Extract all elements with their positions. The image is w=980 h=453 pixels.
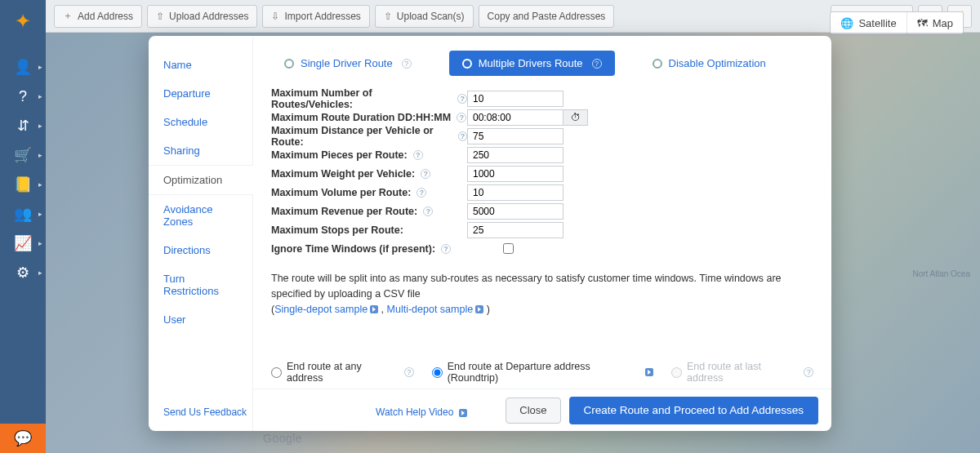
multi-depot-sample-link[interactable]: Multi-depot sample bbox=[387, 304, 484, 315]
rail-chat-button[interactable]: 💬 bbox=[0, 424, 46, 453]
chevron-right-icon: ▸ bbox=[38, 151, 42, 159]
single-depot-sample-link[interactable]: Single-depot sample bbox=[274, 304, 378, 315]
max-stops-label: Maximum Stops per Route: bbox=[271, 224, 403, 236]
end-last-label: End route at last address bbox=[687, 361, 796, 384]
end-last-option: End route at last address? bbox=[671, 361, 813, 384]
side-sharing[interactable]: Sharing bbox=[149, 136, 252, 165]
help-icon[interactable]: ? bbox=[441, 244, 451, 254]
tab-single-driver[interactable]: Single Driver Route? bbox=[271, 51, 425, 76]
modal-sidebar: Name Departure Schedule Sharing Optimiza… bbox=[149, 36, 253, 431]
tab-disable-optimization[interactable]: Disable Optimization bbox=[639, 51, 779, 76]
upload-icon: ⇧ bbox=[384, 11, 392, 22]
side-name[interactable]: Name bbox=[149, 51, 252, 79]
chevron-right-icon: ▸ bbox=[38, 269, 42, 277]
help-icon[interactable]: ? bbox=[457, 94, 467, 104]
max-duration-input[interactable] bbox=[467, 109, 564, 126]
rail-item-addressbook[interactable]: 📒▸ bbox=[0, 170, 46, 199]
end-roundtrip-radio[interactable] bbox=[432, 367, 443, 378]
radio-icon bbox=[653, 59, 662, 69]
radio-icon bbox=[284, 59, 294, 69]
upload-addresses-button[interactable]: ⇧Upload Addresses bbox=[147, 5, 257, 28]
import-addresses-label: Import Addresses bbox=[284, 11, 360, 22]
side-optimization[interactable]: Optimization bbox=[149, 165, 252, 195]
end-roundtrip-option[interactable]: End route at Departure address (Roundtri… bbox=[432, 361, 653, 384]
end-any-option[interactable]: End route at any address? bbox=[271, 361, 414, 384]
chevron-right-icon: ▸ bbox=[38, 92, 42, 100]
external-link-icon bbox=[370, 305, 378, 313]
add-address-label: Add Address bbox=[78, 11, 133, 22]
send-feedback-link[interactable]: Send Us Feedback bbox=[163, 406, 247, 418]
max-routes-label: Maximum Number of Routes/Vehicles: bbox=[271, 87, 452, 110]
chevron-right-icon: ▸ bbox=[38, 210, 42, 218]
help-icon[interactable]: ? bbox=[402, 59, 412, 69]
tab-multiple-label: Multiple Drivers Route bbox=[479, 57, 583, 69]
satellite-label: Satellite bbox=[858, 17, 896, 29]
import-addresses-button[interactable]: ⇩Import Addresses bbox=[262, 5, 369, 28]
map-type-control: 🌐Satellite 🗺Map bbox=[830, 11, 964, 35]
map-map-button[interactable]: 🗺Map bbox=[906, 12, 963, 34]
rail-item-team[interactable]: 👥▸ bbox=[0, 199, 46, 229]
tab-single-label: Single Driver Route bbox=[301, 57, 393, 69]
side-user[interactable]: User bbox=[149, 305, 252, 334]
end-any-radio[interactable] bbox=[271, 367, 282, 378]
end-roundtrip-label: End route at Departure address (Roundtri… bbox=[448, 361, 639, 384]
side-schedule[interactable]: Schedule bbox=[149, 108, 252, 136]
help-icon[interactable]: ? bbox=[457, 113, 466, 122]
rail-item-analytics[interactable]: 📈▸ bbox=[0, 229, 46, 258]
ignore-tw-checkbox[interactable] bbox=[503, 243, 514, 254]
help-icon[interactable]: ? bbox=[416, 188, 426, 198]
rail-item-help[interactable]: ?▸ bbox=[0, 82, 46, 111]
side-departure[interactable]: Departure bbox=[149, 79, 252, 108]
max-routes-input[interactable] bbox=[467, 91, 564, 107]
rail-item-routes[interactable]: ⇵▸ bbox=[0, 111, 46, 140]
globe-icon: 🌐 bbox=[840, 17, 853, 29]
rail-item-cart[interactable]: 🛒▸ bbox=[0, 140, 46, 170]
help-icon[interactable]: ? bbox=[413, 150, 423, 160]
rail-item-add-user[interactable]: 👤▸ bbox=[0, 52, 46, 82]
help-icon[interactable]: ? bbox=[592, 59, 602, 69]
max-revenue-input[interactable] bbox=[467, 203, 564, 220]
upload-addresses-label: Upload Addresses bbox=[169, 11, 248, 22]
side-avoidance[interactable]: Avoidance Zones bbox=[149, 195, 252, 236]
create-route-button[interactable]: Create Route and Proceed to Add Addresse… bbox=[569, 397, 818, 424]
max-volume-label: Maximum Volume per Route: bbox=[271, 187, 411, 198]
max-pieces-input[interactable] bbox=[467, 147, 564, 163]
help-icon[interactable]: ? bbox=[458, 131, 467, 141]
external-link-icon bbox=[645, 368, 653, 376]
chevron-right-icon: ▸ bbox=[38, 63, 42, 71]
modal-footer: Close Create Route and Proceed to Add Ad… bbox=[253, 389, 831, 431]
max-weight-input[interactable] bbox=[467, 166, 564, 182]
side-turn[interactable]: Turn Restrictions bbox=[149, 264, 252, 305]
help-icon[interactable]: ? bbox=[404, 367, 414, 377]
help-icon[interactable]: ? bbox=[421, 169, 430, 179]
rail-item-settings[interactable]: ⚙▸ bbox=[0, 258, 46, 287]
help-icon[interactable]: ? bbox=[423, 207, 433, 216]
upload-scans-label: Upload Scan(s) bbox=[397, 11, 465, 22]
tab-multiple-drivers[interactable]: Multiple Drivers Route? bbox=[449, 51, 615, 76]
add-address-button[interactable]: ＋Add Address bbox=[54, 5, 142, 28]
chevron-right-icon: ▸ bbox=[38, 180, 42, 189]
side-directions[interactable]: Directions bbox=[149, 236, 252, 264]
max-stops-input[interactable] bbox=[467, 222, 564, 238]
max-volume-input[interactable] bbox=[467, 184, 564, 201]
copy-paste-button[interactable]: Copy and Paste Addresses bbox=[479, 5, 615, 28]
chevron-right-icon: ▸ bbox=[38, 122, 42, 130]
map-label: Map bbox=[933, 17, 953, 29]
radio-icon bbox=[462, 59, 472, 69]
close-button[interactable]: Close bbox=[506, 397, 560, 424]
chevron-right-icon: ▸ bbox=[38, 239, 42, 247]
ignore-tw-label: Ignore Time Windows (if present): bbox=[271, 243, 435, 255]
duration-picker-button[interactable]: ⏱ bbox=[564, 109, 588, 126]
max-pieces-label: Maximum Pieces per Route: bbox=[271, 149, 408, 161]
optimization-tabs: Single Driver Route? Multiple Drivers Ro… bbox=[253, 36, 831, 84]
max-distance-input[interactable] bbox=[467, 128, 564, 144]
map-icon: 🗺 bbox=[917, 17, 928, 29]
map-satellite-button[interactable]: 🌐Satellite bbox=[831, 12, 906, 34]
end-route-options: End route at any address? End route at D… bbox=[271, 354, 813, 384]
import-icon: ⇩ bbox=[271, 11, 279, 22]
max-weight-label: Maximum Weight per Vehicle: bbox=[271, 168, 415, 180]
app-logo-icon: ✦ bbox=[8, 7, 38, 36]
upload-icon: ⇧ bbox=[156, 11, 164, 22]
upload-scans-button[interactable]: ⇧Upload Scan(s) bbox=[375, 5, 474, 28]
tab-disable-label: Disable Optimization bbox=[669, 57, 766, 69]
